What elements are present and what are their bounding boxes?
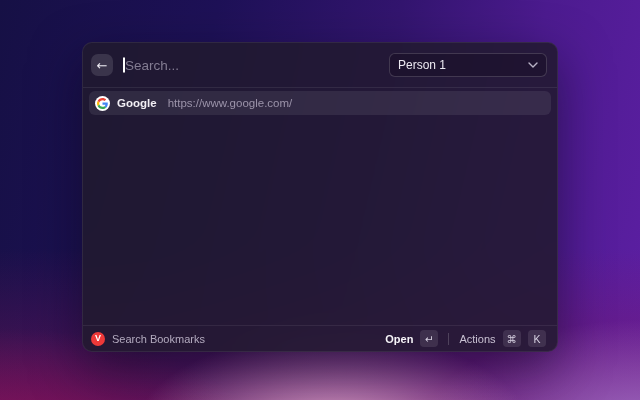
- footer-separator: [448, 333, 449, 345]
- cmd-key-badge: ⌘: [503, 330, 522, 347]
- profile-dropdown[interactable]: Person 1: [389, 53, 547, 77]
- profile-dropdown-value: Person 1: [398, 58, 446, 72]
- quick-command-dialog: ← Person 1 Google https://ww: [82, 42, 558, 352]
- vivaldi-letter: V: [95, 334, 101, 343]
- results-list: Google https://www.google.com/: [83, 88, 557, 325]
- return-key-badge: ↵: [420, 330, 438, 347]
- search-field-wrap: [121, 43, 381, 87]
- back-arrow-icon: ←: [97, 59, 108, 72]
- dialog-header: ← Person 1: [83, 43, 557, 87]
- result-title: Google: [117, 97, 157, 109]
- vivaldi-logo-icon: V: [91, 332, 105, 346]
- mode-label: Search Bookmarks: [112, 333, 205, 345]
- dialog-footer: V Search Bookmarks Open ↵ Actions ⌘ K: [83, 325, 557, 351]
- back-button[interactable]: ←: [91, 54, 113, 76]
- k-key-badge: K: [528, 330, 546, 347]
- actions-label: Actions: [459, 333, 495, 345]
- text-caret: [123, 58, 125, 73]
- chevron-down-icon: [528, 62, 538, 68]
- google-favicon-icon: [95, 96, 110, 111]
- result-row-google[interactable]: Google https://www.google.com/: [89, 91, 551, 115]
- open-label: Open: [385, 333, 413, 345]
- result-url: https://www.google.com/: [168, 97, 293, 109]
- search-input[interactable]: [121, 58, 381, 73]
